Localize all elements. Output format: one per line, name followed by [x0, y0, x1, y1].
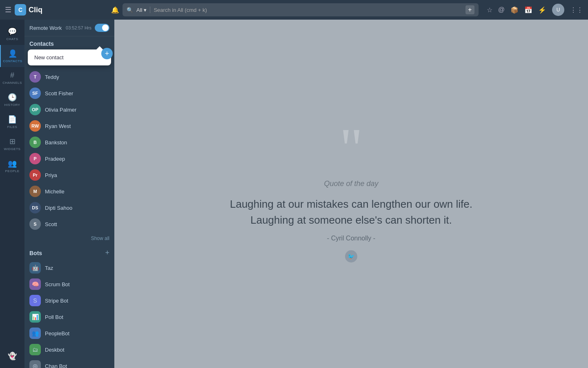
files-icon: 📄	[8, 115, 17, 124]
sidebar-item-people[interactable]: 👥 PEOPLE	[0, 155, 24, 177]
top-bar-right: ☆ @ 📦 📅 ⚡ U ⋮⋮	[487, 4, 583, 16]
files-label: FILES	[7, 125, 18, 129]
contact-name: Scott Fisher	[45, 90, 73, 96]
contact-avatar: SF	[29, 88, 41, 99]
bot-name: Stripe Bot	[45, 298, 68, 304]
mention-icon[interactable]: @	[498, 6, 505, 13]
contact-name: Olivia Palmer	[45, 107, 76, 113]
people-icon: 👥	[8, 159, 17, 168]
sidebar-item-files[interactable]: 📄 FILES	[0, 111, 24, 133]
contact-name: Dipti Sahoo	[45, 205, 72, 211]
speaker-icon[interactable]: 🔔	[111, 6, 119, 14]
bot-item[interactable]: S Stripe Bot	[24, 292, 114, 309]
channels-icon: #	[10, 71, 14, 80]
box-icon[interactable]: 📦	[510, 6, 519, 14]
quote-text: Laughing at our mistakes can lengthen ou…	[230, 196, 472, 228]
bot-item[interactable]: 👥 PeopleBot	[24, 325, 114, 341]
remote-work-timer: 03:52:57 Hrs	[66, 25, 91, 30]
ghost-icon: 👻	[8, 352, 17, 361]
user-avatar[interactable]: U	[552, 4, 564, 16]
search-divider	[150, 7, 150, 13]
contact-avatar: B	[29, 137, 41, 148]
contact-item[interactable]: OP Olivia Palmer	[24, 101, 114, 118]
show-all-link[interactable]: Show all	[24, 234, 114, 245]
bot-avatar: 🤖	[29, 262, 41, 274]
new-contact-plus-button[interactable]: +	[101, 48, 113, 59]
sidebar-item-ghost[interactable]: 👻	[8, 348, 17, 365]
widgets-icon: ⊞	[9, 137, 16, 146]
contact-avatar: M	[29, 186, 41, 197]
search-placeholder-text: Search in All (cmd + k)	[154, 7, 462, 13]
bot-item[interactable]: 📊 Poll Bot	[24, 309, 114, 325]
quote-author: - Cyril Connolly -	[230, 235, 472, 242]
tooltip-arrow	[96, 46, 103, 49]
contact-avatar: RW	[29, 120, 41, 132]
contact-item[interactable]: T Teddy	[24, 69, 114, 85]
bot-name: Poll Bot	[45, 314, 63, 320]
contact-item[interactable]: P Pradeep	[24, 150, 114, 167]
contact-name: Ryan West	[45, 123, 71, 129]
sidebar-item-widgets[interactable]: ⊞ WIDGETS	[0, 133, 24, 155]
bot-name: PeopleBot	[45, 330, 69, 337]
contact-avatar: OP	[29, 104, 41, 115]
main-area: 💬 CHATS 👤 CONTACTS # CHANNELS 🕒 HISTORY …	[0, 20, 588, 368]
main-content: " Quote of the day Laughing at our mista…	[114, 20, 588, 368]
widgets-label: WIDGETS	[4, 147, 21, 151]
sidebar-item-channels[interactable]: # CHANNELS	[0, 67, 24, 89]
sidebar-item-chats[interactable]: 💬 CHATS	[0, 23, 24, 45]
new-contact-text: New contact	[34, 54, 64, 61]
menu-icon[interactable]: ☰	[5, 5, 11, 14]
zap-icon[interactable]: ⚡	[538, 6, 546, 14]
app-name: Cliq	[29, 6, 42, 14]
add-bot-button[interactable]: +	[105, 249, 109, 257]
bot-item[interactable]: 🧠 Scrum Bot	[24, 276, 114, 292]
search-icon: 🔍	[127, 7, 133, 13]
bot-item[interactable]: ◎ Chan Bot	[24, 358, 114, 368]
bot-avatar: 👥	[29, 328, 41, 339]
sidebar: Remote Work 03:52:57 Hrs Contacts New co…	[24, 20, 114, 368]
contact-item[interactable]: B Bankston	[24, 134, 114, 150]
bot-name: Taz	[45, 265, 53, 271]
top-bar: ☰ C Cliq 🔔 🔍 All ▾ Search in All (cmd + …	[0, 0, 588, 20]
bot-avatar: 🧠	[29, 278, 41, 290]
contacts-label: CONTACTS	[3, 59, 22, 63]
search-bar[interactable]: 🔍 All ▾ Search in All (cmd + k) +	[122, 3, 479, 16]
calendar-icon[interactable]: 📅	[524, 6, 532, 14]
bots-header: Bots +	[24, 245, 114, 260]
bot-avatar: 📊	[29, 311, 41, 323]
contact-name: Teddy	[45, 74, 59, 80]
search-filter-label[interactable]: All ▾	[136, 7, 147, 13]
bot-list: 🤖 Taz 🧠 Scrum Bot S Stripe Bot 📊 Poll Bo…	[24, 260, 114, 368]
chats-label: CHATS	[6, 37, 18, 41]
contact-item[interactable]: DS Dipti Sahoo	[24, 200, 114, 216]
remote-work-bar: Remote Work 03:52:57 Hrs	[24, 20, 114, 36]
bot-avatar: 🗂	[29, 344, 41, 355]
bot-item[interactable]: 🗂 Deskbot	[24, 341, 114, 358]
contact-item[interactable]: SF Scott Fisher	[24, 85, 114, 101]
left-nav: 💬 CHATS 👤 CONTACTS # CHANNELS 🕒 HISTORY …	[0, 20, 24, 368]
bot-avatar: S	[29, 295, 41, 306]
channels-label: CHANNELS	[2, 81, 22, 85]
remote-work-label: Remote Work	[29, 25, 62, 31]
star-icon[interactable]: ☆	[487, 6, 492, 14]
bot-item[interactable]: 🤖 Taz	[24, 260, 114, 276]
sidebar-item-history[interactable]: 🕒 HISTORY	[0, 89, 24, 111]
contact-avatar: DS	[29, 202, 41, 213]
contacts-icon: 👤	[8, 49, 17, 58]
new-contact-tooltip[interactable]: New contact +	[28, 49, 111, 65]
remote-work-toggle[interactable]	[95, 24, 109, 32]
contact-item[interactable]: Pr Priya	[24, 167, 114, 183]
logo-icon: C	[15, 4, 26, 16]
search-add-button[interactable]: +	[466, 5, 474, 14]
bot-avatar: ◎	[29, 360, 41, 368]
contact-item[interactable]: M Michelle	[24, 183, 114, 200]
toggle-knob	[102, 25, 109, 31]
contact-name: Scott	[45, 221, 57, 227]
contact-item[interactable]: S Scott	[24, 216, 114, 232]
quote-mark: "	[230, 126, 472, 171]
contact-list: T Teddy SF Scott Fisher OP Olivia Palmer…	[24, 69, 114, 234]
sidebar-item-contacts[interactable]: 👤 CONTACTS	[0, 45, 24, 67]
contact-item[interactable]: RW Ryan West	[24, 118, 114, 134]
grid-icon[interactable]: ⋮⋮	[570, 6, 583, 14]
twitter-icon[interactable]: 🐦	[345, 250, 357, 263]
